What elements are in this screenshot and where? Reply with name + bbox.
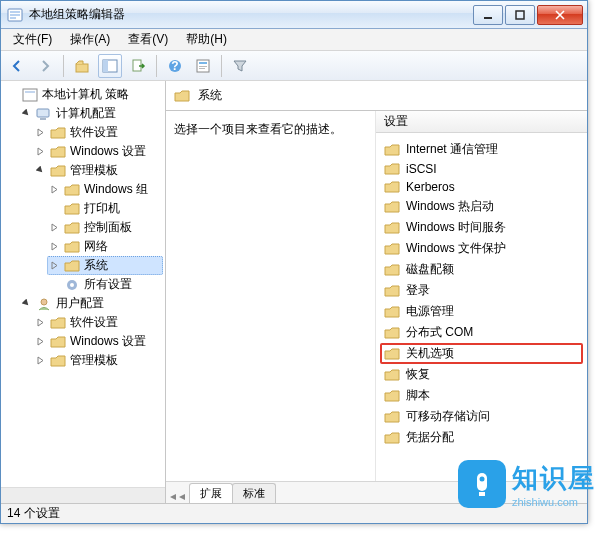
settings-item-label: 脚本 xyxy=(406,387,430,404)
settings-item[interactable]: 分布式 COM xyxy=(380,322,583,343)
tab-extended[interactable]: 扩展 xyxy=(189,483,233,503)
filter-button[interactable] xyxy=(228,54,252,78)
svg-rect-1 xyxy=(10,11,20,13)
tree-windows-settings-user[interactable]: Windows 设置 xyxy=(33,332,163,351)
expand-icon[interactable] xyxy=(35,336,46,347)
properties-button[interactable] xyxy=(191,54,215,78)
tree-label: 管理模板 xyxy=(70,352,118,369)
maximize-button[interactable] xyxy=(505,5,535,25)
menu-view[interactable]: 查看(V) xyxy=(120,29,176,50)
tree-label: 系统 xyxy=(84,257,108,274)
svg-rect-19 xyxy=(40,118,46,120)
settings-item-label: 分布式 COM xyxy=(406,324,473,341)
folder-icon xyxy=(50,145,66,159)
close-button[interactable] xyxy=(537,5,583,25)
tree-label: 软件设置 xyxy=(70,124,118,141)
settings-item[interactable]: 凭据分配 xyxy=(380,427,583,448)
back-button[interactable] xyxy=(5,54,29,78)
tree-admin-templates[interactable]: 管理模板 xyxy=(33,161,163,180)
settings-item-label: Windows 时间服务 xyxy=(406,219,506,236)
status-text: 14 个设置 xyxy=(7,505,60,522)
tab-scroll-icon: ◂ ◂ xyxy=(170,489,185,503)
settings-item[interactable]: Internet 通信管理 xyxy=(380,139,583,160)
expand-icon[interactable] xyxy=(7,89,18,100)
collapse-icon[interactable] xyxy=(21,108,32,119)
description-hint: 选择一个项目来查看它的描述。 xyxy=(174,122,342,136)
menu-file[interactable]: 文件(F) xyxy=(5,29,60,50)
show-tree-button[interactable] xyxy=(98,54,122,78)
settings-item[interactable]: 恢复 xyxy=(380,364,583,385)
tree-user-config[interactable]: 用户配置 xyxy=(19,294,163,313)
expand-icon[interactable] xyxy=(35,127,46,138)
settings-item-label: 凭据分配 xyxy=(406,429,454,446)
folder-icon xyxy=(50,354,66,368)
settings-item-label: 登录 xyxy=(406,282,430,299)
description-pane: 选择一个项目来查看它的描述。 xyxy=(166,111,376,481)
settings-item-label: 可移动存储访问 xyxy=(406,408,490,425)
list-header[interactable]: 设置 xyxy=(376,111,587,133)
expand-icon[interactable] xyxy=(49,184,60,195)
tree-root[interactable]: 本地计算机 策略 xyxy=(5,85,163,104)
collapse-icon[interactable] xyxy=(21,298,32,309)
folder-icon xyxy=(50,164,66,178)
settings-item[interactable]: 关机选项 xyxy=(380,343,583,364)
tree-windows-components[interactable]: Windows 组 xyxy=(47,180,163,199)
settings-list[interactable]: Internet 通信管理iSCSIKerberosWindows 热启动Win… xyxy=(376,133,587,481)
svg-rect-14 xyxy=(199,66,207,67)
help-button[interactable]: ? xyxy=(163,54,187,78)
settings-item[interactable]: Kerberos xyxy=(380,178,583,196)
settings-item[interactable]: 登录 xyxy=(380,280,583,301)
folder-icon xyxy=(384,162,400,176)
minimize-button[interactable] xyxy=(473,5,503,25)
toolbar-separator xyxy=(63,55,64,77)
menu-help[interactable]: 帮助(H) xyxy=(178,29,235,50)
folder-icon xyxy=(64,259,80,273)
tree-printers[interactable]: 打印机 xyxy=(47,199,163,218)
view-tabs: ◂ ◂ 扩展 标准 xyxy=(166,481,587,503)
tree-pane[interactable]: 本地计算机 策略 计算机配置 软件设置 xyxy=(1,81,166,503)
settings-item[interactable]: 磁盘配额 xyxy=(380,259,583,280)
tree-network[interactable]: 网络 xyxy=(47,237,163,256)
up-button[interactable] xyxy=(70,54,94,78)
menu-action[interactable]: 操作(A) xyxy=(62,29,118,50)
folder-icon xyxy=(384,431,400,445)
folder-icon xyxy=(384,263,400,277)
expand-icon[interactable] xyxy=(35,317,46,328)
tree-admin-templates-user[interactable]: 管理模板 xyxy=(33,351,163,370)
tree-computer-config[interactable]: 计算机配置 xyxy=(19,104,163,123)
settings-item-label: 磁盘配额 xyxy=(406,261,454,278)
titlebar[interactable]: 本地组策略编辑器 xyxy=(1,1,587,29)
expand-icon[interactable] xyxy=(49,260,60,271)
settings-item[interactable]: Windows 文件保护 xyxy=(380,238,583,259)
user-icon xyxy=(36,297,52,311)
folder-icon xyxy=(50,316,66,330)
policy-icon xyxy=(22,88,38,102)
folder-icon xyxy=(384,200,400,214)
toolbar: ? xyxy=(1,51,587,81)
horizontal-scrollbar[interactable] xyxy=(1,487,165,503)
settings-item[interactable]: Windows 热启动 xyxy=(380,196,583,217)
folder-icon xyxy=(64,202,80,216)
settings-item[interactable]: Windows 时间服务 xyxy=(380,217,583,238)
expand-icon[interactable] xyxy=(35,146,46,157)
expand-icon[interactable] xyxy=(35,355,46,366)
folder-icon xyxy=(384,242,400,256)
tree-windows-settings[interactable]: Windows 设置 xyxy=(33,142,163,161)
tree-system[interactable]: 系统 xyxy=(47,256,163,275)
window-buttons xyxy=(473,5,583,25)
tree-software-settings[interactable]: 软件设置 xyxy=(33,123,163,142)
expand-icon[interactable] xyxy=(49,241,60,252)
export-button[interactable] xyxy=(126,54,150,78)
tab-standard[interactable]: 标准 xyxy=(232,483,276,503)
expand-icon[interactable] xyxy=(49,222,60,233)
collapse-icon[interactable] xyxy=(35,165,46,176)
settings-item[interactable]: 脚本 xyxy=(380,385,583,406)
settings-item[interactable]: 电源管理 xyxy=(380,301,583,322)
settings-item[interactable]: iSCSI xyxy=(380,160,583,178)
tree-software-settings-user[interactable]: 软件设置 xyxy=(33,313,163,332)
svg-rect-18 xyxy=(37,109,49,117)
settings-item[interactable]: 可移动存储访问 xyxy=(380,406,583,427)
forward-button[interactable] xyxy=(33,54,57,78)
tree-control-panel[interactable]: 控制面板 xyxy=(47,218,163,237)
tree-all-settings[interactable]: 所有设置 xyxy=(47,275,163,294)
